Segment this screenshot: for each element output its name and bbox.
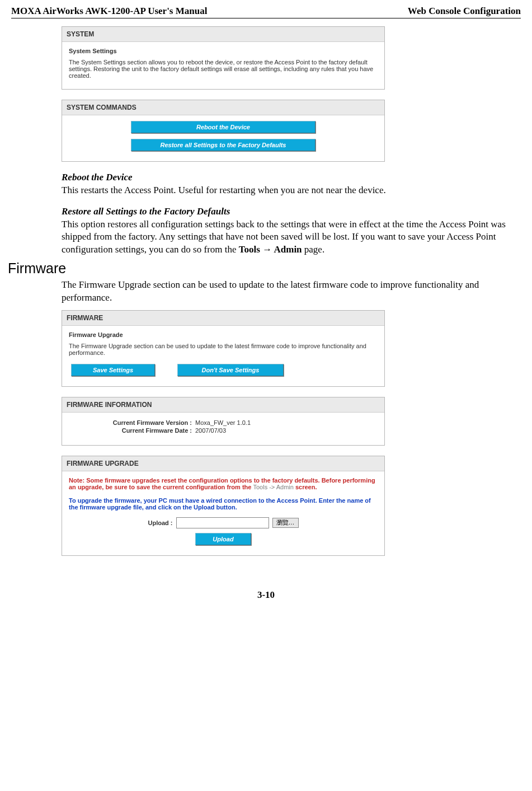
upload-button[interactable]: Upload — [195, 533, 251, 545]
firmware-info-title: FIRMWARE INFORMATION — [62, 397, 384, 413]
upload-label: Upload : — [148, 519, 173, 526]
firmware-intro-text: The Firmware Upgrade section can be used… — [62, 279, 521, 304]
firmware-panel-title: FIRMWARE — [62, 311, 384, 326]
restore-defaults-heading: Restore all Settings to the Factory Defa… — [62, 206, 521, 217]
system-settings-subheading: System Settings — [69, 48, 378, 54]
header-left: MOXA AirWorks AWK-1200-AP User's Manual — [11, 6, 207, 17]
firmware-note-link: Tools -> Admin — [253, 484, 293, 490]
header-rule — [11, 18, 521, 18]
firmware-note-blue: To upgrade the firmware, your PC must ha… — [69, 497, 378, 511]
firmware-info-panel: FIRMWARE INFORMATION Current Firmware Ve… — [62, 397, 385, 446]
restore-defaults-text: This option restores all configuration s… — [62, 218, 521, 256]
arrow-icon: → — [262, 244, 272, 255]
header-right: Web Console Configuration — [408, 6, 521, 17]
upload-path-input[interactable] — [176, 517, 269, 528]
firmware-upgrade-panel: FIRMWARE UPGRADE Note: Some firmware upg… — [62, 456, 385, 556]
system-commands-title: SYSTEM COMMANDS — [62, 100, 384, 115]
system-settings-description: The System Settings section allows you t… — [69, 59, 378, 79]
reboot-device-heading: Reboot the Device — [62, 172, 521, 183]
firmware-date-value: 2007/07/03 — [195, 427, 226, 434]
browse-button[interactable]: 瀏覽… — [272, 518, 299, 528]
firmware-upgrade-panel-title: FIRMWARE UPGRADE — [62, 456, 384, 471]
firmware-panel: FIRMWARE Firmware Upgrade The Firmware U… — [62, 310, 385, 387]
reboot-device-button[interactable]: Reboot the Device — [131, 121, 316, 133]
firmware-version-label: Current Firmware Version : — [69, 419, 195, 426]
reboot-device-text: This restarts the Access Point. Useful f… — [62, 184, 521, 197]
dont-save-settings-button[interactable]: Don't Save Settings — [177, 364, 284, 376]
restore-defaults-button[interactable]: Restore all Settings to the Factory Defa… — [131, 139, 316, 151]
page-number: 3-10 — [0, 589, 532, 612]
system-commands-panel: SYSTEM COMMANDS Reboot the Device Restor… — [62, 100, 385, 162]
firmware-section-heading: Firmware — [8, 260, 532, 277]
firmware-upgrade-description: The Firmware Upgrade section can be used… — [69, 343, 378, 356]
save-settings-button[interactable]: Save Settings — [71, 364, 155, 376]
firmware-note-red-2: screen. — [294, 484, 317, 490]
firmware-upgrade-subheading: Firmware Upgrade — [69, 331, 378, 338]
firmware-date-label: Current Firmware Date : — [69, 427, 195, 434]
firmware-note-red-1: Note: Some firmware upgrades reset the c… — [69, 477, 375, 490]
firmware-version-value: Moxa_FW_ver 1.0.1 — [195, 419, 251, 426]
system-panel-title: SYSTEM — [62, 27, 384, 42]
system-panel: SYSTEM System Settings The System Settin… — [62, 26, 385, 90]
